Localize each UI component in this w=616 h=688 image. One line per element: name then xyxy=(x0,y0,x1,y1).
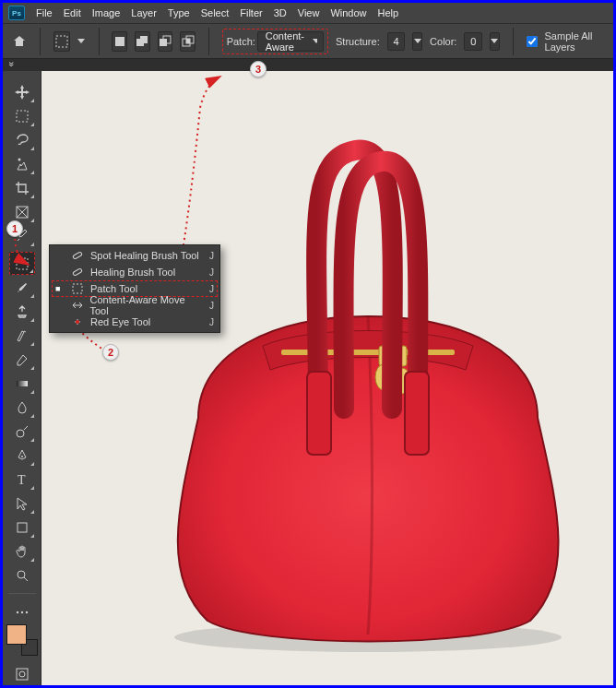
structure-stepper[interactable] xyxy=(412,32,422,51)
tools-panel: T xyxy=(3,71,41,685)
color-stepper[interactable] xyxy=(490,32,500,51)
menu-layer[interactable]: Layer xyxy=(131,7,157,18)
callout-3: 3 xyxy=(250,61,267,77)
mode-intersect-selection-icon[interactable] xyxy=(180,31,195,52)
fly-item-label: Healing Brush Tool xyxy=(90,267,175,278)
svg-rect-9 xyxy=(17,111,28,122)
clone-stamp-tool[interactable] xyxy=(9,300,35,323)
hand-tool[interactable] xyxy=(9,540,35,563)
color-input[interactable]: 0 xyxy=(464,32,482,51)
red-eye-icon xyxy=(70,315,85,328)
fly-healing-brush[interactable]: Healing Brush Tool J xyxy=(52,264,218,280)
zoom-tool[interactable] xyxy=(9,563,35,587)
gradient-tool[interactable] xyxy=(9,372,35,395)
path-selection-tool[interactable] xyxy=(9,492,35,515)
menu-3d[interactable]: 3D xyxy=(274,7,287,18)
svg-rect-32 xyxy=(73,252,83,259)
divider xyxy=(40,28,41,55)
svg-rect-13 xyxy=(17,381,28,386)
marquee-tool[interactable] xyxy=(9,104,35,127)
tab-drag-handle-icon[interactable]: » xyxy=(6,62,17,69)
menu-filter[interactable]: Filter xyxy=(240,7,262,18)
shortcut-key: J xyxy=(209,301,214,311)
callout-1: 1 xyxy=(6,220,23,237)
healing-tools-flyout: Spot Healing Brush Tool J Healing Brush … xyxy=(49,244,220,333)
fly-content-aware-move[interactable]: Content-Aware Move Tool J xyxy=(52,297,218,314)
shape-tool[interactable] xyxy=(9,516,35,539)
svg-point-20 xyxy=(20,611,22,612)
current-tool-preset[interactable] xyxy=(53,31,70,52)
menu-window[interactable]: Window xyxy=(330,7,366,18)
patch-mode-dropdown[interactable]: Content-Aware xyxy=(257,31,324,52)
quick-selection-tool[interactable] xyxy=(9,152,35,175)
document-canvas[interactable] xyxy=(41,71,613,685)
menu-select[interactable]: Select xyxy=(201,7,230,18)
brush-tool[interactable] xyxy=(9,276,35,299)
quick-mask-toggle[interactable] xyxy=(9,662,35,685)
svg-rect-0 xyxy=(56,36,67,47)
svg-rect-34 xyxy=(73,284,82,293)
patch-label: Patch: xyxy=(227,36,255,47)
shortcut-key: J xyxy=(209,284,214,294)
svg-rect-22 xyxy=(17,669,28,680)
home-icon[interactable] xyxy=(12,34,27,49)
type-tool[interactable]: T xyxy=(9,468,35,491)
svg-rect-12 xyxy=(17,258,28,269)
menu-image[interactable]: Image xyxy=(92,7,121,18)
svg-point-23 xyxy=(19,671,25,677)
move-tool[interactable] xyxy=(9,80,35,103)
mode-subtract-selection-icon[interactable] xyxy=(158,31,173,52)
blur-tool[interactable] xyxy=(9,396,35,419)
divider xyxy=(513,28,514,55)
color-swatches[interactable] xyxy=(6,624,38,656)
fly-item-label: Red Eye Tool xyxy=(90,316,150,327)
svg-rect-31 xyxy=(405,372,429,455)
patch-mode-value: Content-Aware xyxy=(266,30,307,53)
crop-tool[interactable] xyxy=(9,176,35,199)
bandage-icon xyxy=(70,266,85,279)
svg-point-10 xyxy=(18,158,20,160)
check-icon: ■ xyxy=(55,284,65,293)
svg-text:T: T xyxy=(18,473,26,487)
options-bar: Patch: Content-Aware Structure: 4 Color:… xyxy=(3,23,613,58)
dodge-tool[interactable] xyxy=(9,420,35,443)
eraser-tool[interactable] xyxy=(9,348,35,371)
patch-mode-group: Patch: Content-Aware xyxy=(222,29,328,54)
svg-rect-1 xyxy=(115,37,124,46)
menu-help[interactable]: Help xyxy=(378,7,399,18)
fly-spot-healing[interactable]: Spot Healing Brush Tool J xyxy=(52,247,218,264)
edit-toolbar[interactable] xyxy=(9,600,35,623)
divider xyxy=(208,28,209,55)
svg-point-18 xyxy=(18,571,25,578)
healing-tool-group[interactable] xyxy=(9,252,35,275)
svg-point-21 xyxy=(25,611,27,612)
sample-all-layers-label: Sample All Layers xyxy=(545,30,605,53)
chevron-down-icon[interactable] xyxy=(77,34,86,49)
svg-rect-8 xyxy=(186,39,190,43)
structure-input[interactable]: 4 xyxy=(387,32,406,51)
menu-view[interactable]: View xyxy=(298,7,320,18)
history-brush-tool[interactable] xyxy=(9,324,35,347)
app-badge: Ps xyxy=(8,6,25,20)
bandage-icon xyxy=(70,249,85,262)
svg-rect-25 xyxy=(281,350,455,355)
document-tab-strip: » xyxy=(3,58,613,71)
menu-edit[interactable]: Edit xyxy=(64,7,81,18)
mode-add-selection-icon[interactable] xyxy=(135,31,150,52)
menu-type[interactable]: Type xyxy=(168,7,190,18)
mode-new-selection-icon[interactable] xyxy=(112,31,127,52)
shortcut-key: J xyxy=(209,317,214,327)
structure-label: Structure: xyxy=(336,36,380,47)
pen-tool[interactable] xyxy=(9,444,35,467)
foreground-swatch[interactable] xyxy=(6,624,27,645)
lasso-tool[interactable] xyxy=(9,128,35,151)
svg-rect-17 xyxy=(18,523,27,532)
divider xyxy=(8,593,36,594)
shortcut-key: J xyxy=(209,251,214,261)
menu-file[interactable]: File xyxy=(36,7,53,18)
svg-point-35 xyxy=(76,320,79,324)
fly-red-eye[interactable]: Red Eye Tool J xyxy=(52,314,218,330)
shortcut-key: J xyxy=(209,267,214,278)
sample-all-layers-checkbox[interactable] xyxy=(527,36,538,47)
patch-icon xyxy=(70,282,85,295)
